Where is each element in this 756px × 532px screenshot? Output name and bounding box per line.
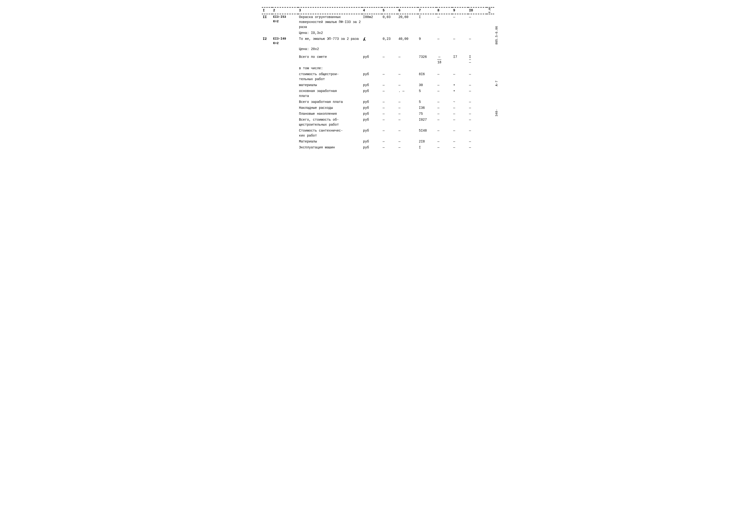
val6: — (397, 105, 418, 111)
summary-label: Всего по смете (298, 54, 362, 66)
unit: руб (362, 128, 382, 139)
val6: — (397, 71, 418, 82)
val8: — (436, 82, 452, 88)
column-headers: I 2 3 4 5 6 7 8 9 IO т.п (262, 7, 494, 14)
val8: — (436, 145, 452, 150)
val6: — (397, 111, 418, 117)
summary-label: Стоимость сантехничес-ких работ (298, 128, 362, 139)
val5: — (382, 71, 398, 82)
summary-label: Эксплуатация машин (298, 145, 362, 150)
val6: — (397, 139, 418, 145)
summary-label: Плановые накопления (298, 111, 362, 117)
table-row: II ЕI3-I53 К=2 Окраска огрунтованных пов… (262, 14, 494, 30)
summary-label: материалы (298, 82, 362, 88)
val7: 7326 (418, 54, 436, 66)
unit: I00м2 (362, 14, 382, 30)
val10: — (468, 99, 487, 105)
val6: — (397, 117, 418, 128)
val7: 9 (418, 36, 436, 46)
val9: I7 (452, 54, 468, 66)
val10: I — (468, 54, 487, 66)
val7: 30 (418, 82, 436, 88)
val8: — (436, 105, 452, 111)
unit: руб (362, 99, 382, 105)
val9: • (452, 88, 468, 99)
val6: 20,60 (397, 14, 418, 30)
summary-row: Стоимость сантехничес-ких работ руб — — … (262, 128, 494, 139)
val5: — (382, 128, 398, 139)
val9: — (452, 117, 468, 128)
summary-label: Всего заработная плата (298, 99, 362, 105)
col-header-3: 3 (298, 7, 362, 14)
val10: — (468, 139, 487, 145)
val5: — (382, 117, 398, 128)
col-header-7: 7 (418, 7, 436, 14)
val6: — (397, 128, 418, 139)
val8: — (436, 128, 452, 139)
row-num: II (262, 14, 272, 30)
val8: — (436, 88, 452, 99)
col-header-tp: т.п (487, 7, 494, 14)
val9: — (452, 139, 468, 145)
summary-label: стоимость общестрои-тельных работ (298, 71, 362, 82)
row-num: I2 (262, 36, 272, 46)
price-label: Цена: IO,3x2 (298, 30, 362, 36)
code: ЕI3-I49 К=2 (272, 36, 298, 46)
unit: руб (362, 117, 382, 128)
col-header-9: 9 (452, 7, 468, 14)
val5: — (382, 139, 398, 145)
val10: — (468, 105, 487, 111)
val10: — (468, 14, 487, 30)
val6: — (397, 82, 418, 88)
val8: — (436, 99, 452, 105)
side (487, 14, 494, 30)
val6: — (397, 54, 418, 66)
val6: — (397, 99, 418, 105)
val10: — (468, 117, 487, 128)
val7: I (418, 14, 436, 30)
summary-row: Материалы руб — — 2I8 — — — (262, 139, 494, 145)
description: То же, эмалью ЭП-773 за 2 раза (298, 36, 362, 46)
code: ЕI3-I53 К=2 (272, 14, 298, 30)
val8: — 18 (436, 54, 452, 66)
summary-row: Плановые накопления руб — — 75 — — — (262, 111, 494, 117)
unit: руб (362, 145, 382, 150)
unit: руб (362, 88, 382, 99)
val6: . — (397, 88, 418, 99)
val9: — (452, 145, 468, 150)
val10: — (468, 128, 487, 139)
val5: — (382, 111, 398, 117)
val5: — (382, 105, 398, 111)
val9: — (452, 128, 468, 139)
col-header-2: 2 (272, 7, 298, 14)
val7: 5 (418, 99, 436, 105)
val8: — (436, 139, 452, 145)
val9: — (452, 105, 468, 111)
table-row: I2 ЕI3-I49 К=2 То же, эмалью ЭП-773 за 2… (262, 36, 494, 46)
val9: — (452, 71, 468, 82)
col-header-5: 5 (382, 7, 398, 14)
val5: — (382, 54, 398, 66)
summary-row: Эксплуатация машин руб — — I — — — (262, 145, 494, 150)
unit: руб (362, 71, 382, 82)
unit: руб (362, 105, 382, 111)
unit: руб (362, 139, 382, 145)
val10: — (468, 88, 487, 99)
col-header-6: 6 (397, 7, 418, 14)
summary-label: основная заработнаяплата (298, 88, 362, 99)
val10: — (468, 71, 487, 82)
unit: ʎ (362, 36, 382, 46)
val5: — (382, 82, 398, 88)
val5: 0,23 (382, 36, 398, 46)
summary-row: основная заработнаяплата руб — . — 5 — •… (262, 88, 494, 99)
unit: руб (362, 111, 382, 117)
summary-label: Всего, стоимость об-щестроительных работ (298, 117, 362, 128)
side-annotation-2: А-7 (495, 81, 499, 86)
val10: — (468, 36, 487, 46)
val8: — (436, 117, 452, 128)
val5: — (382, 145, 398, 150)
val8: — (436, 14, 452, 30)
val7: 75 (418, 111, 436, 117)
unit: руб (362, 54, 382, 66)
val10: — (468, 111, 487, 117)
